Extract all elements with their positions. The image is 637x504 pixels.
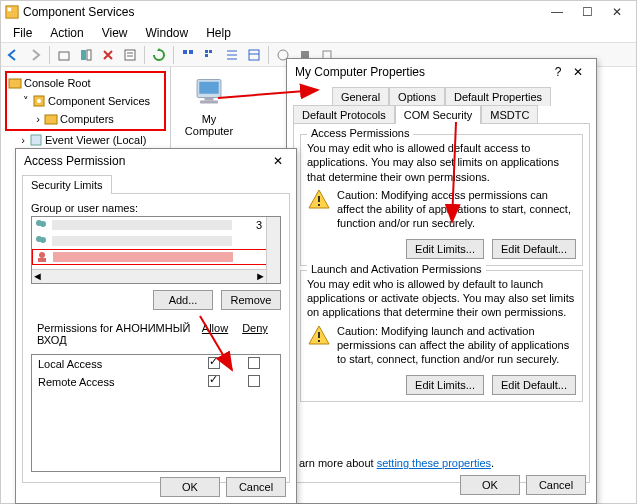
svg-rect-34 (318, 332, 320, 338)
forward-button[interactable] (25, 45, 45, 65)
up-button[interactable] (54, 45, 74, 65)
launch-perm-text: You may edit who is allowed by default t… (307, 277, 576, 320)
event-viewer-icon (29, 133, 43, 147)
user-name-redacted (53, 252, 233, 262)
properties-title-bar: My Computer Properties ? ✕ (287, 59, 596, 85)
permissions-for-label: Permissions for АНОНИМНЫЙ ВХОД (37, 322, 195, 346)
list-item-selected[interactable] (32, 249, 280, 265)
properties-button[interactable] (120, 45, 140, 65)
computer-icon (191, 75, 227, 111)
launch-edit-default-button[interactable]: Edit Default... (492, 375, 576, 395)
vertical-scrollbar[interactable] (266, 217, 280, 283)
perm-label: Local Access (38, 358, 194, 370)
svg-rect-41 (38, 258, 46, 262)
ok-button[interactable]: OK (460, 475, 520, 495)
svg-rect-30 (205, 98, 214, 101)
back-button[interactable] (3, 45, 23, 65)
access-perm-warning: Caution: Modifying access permissions ca… (307, 188, 576, 235)
list-item[interactable]: 3 (32, 217, 280, 233)
close-button[interactable]: ✕ (602, 1, 632, 23)
remote-allow-checkbox[interactable] (208, 375, 220, 387)
remote-deny-checkbox[interactable] (248, 375, 260, 387)
svg-rect-33 (318, 204, 320, 206)
tree-component-services[interactable]: ˅ Component Services (8, 92, 163, 110)
warning-icon (307, 188, 331, 212)
menu-bar: File Action View Window Help (1, 23, 636, 43)
expand-icon[interactable]: › (32, 113, 44, 125)
svg-rect-1 (8, 8, 12, 12)
tree-label: Computers (60, 113, 114, 125)
horizontal-scrollbar[interactable]: ◄► (32, 269, 266, 283)
menu-file[interactable]: File (5, 24, 40, 42)
show-hide-button[interactable] (76, 45, 96, 65)
tree-console-root[interactable]: Console Root (8, 74, 163, 92)
learn-more-link[interactable]: setting these properties (377, 457, 491, 469)
tab-msdtc[interactable]: MSDTC (481, 105, 538, 124)
cancel-button[interactable]: Cancel (526, 475, 586, 495)
menu-view[interactable]: View (94, 24, 136, 42)
edit-default-button[interactable]: Edit Default... (492, 239, 576, 259)
tab-general[interactable]: General (332, 87, 389, 106)
svg-point-40 (39, 252, 45, 258)
my-computer-label: My Computer (179, 113, 239, 137)
refresh-button[interactable] (149, 45, 169, 65)
menu-window[interactable]: Window (138, 24, 197, 42)
properties-title: My Computer Properties (295, 65, 548, 79)
svg-rect-2 (59, 52, 69, 60)
svg-rect-31 (200, 101, 218, 104)
access-dialog-buttons: OK Cancel (160, 477, 286, 497)
ok-button[interactable]: OK (160, 477, 220, 497)
minimize-button[interactable]: — (542, 1, 572, 23)
svg-rect-10 (205, 50, 208, 53)
edit-limits-button[interactable]: Edit Limits... (406, 239, 484, 259)
svg-rect-21 (9, 79, 21, 88)
group-title: Access Permissions (307, 127, 413, 139)
svg-rect-11 (209, 50, 212, 53)
local-deny-checkbox[interactable] (248, 357, 260, 369)
collapse-icon[interactable]: ˅ (20, 95, 32, 108)
tree-label: Console Root (24, 77, 91, 89)
com-security-panel: Access Permissions You may edit who is a… (293, 123, 590, 483)
group-title: Launch and Activation Permissions (307, 263, 486, 275)
add-button[interactable]: Add... (153, 290, 213, 310)
menu-action[interactable]: Action (42, 24, 91, 42)
expand-icon[interactable]: › (17, 134, 29, 146)
svg-rect-16 (249, 50, 259, 60)
group-users-list[interactable]: 3 ◄► (31, 216, 281, 284)
delete-button[interactable] (98, 45, 118, 65)
list-item[interactable] (32, 233, 280, 249)
warning-icon (307, 324, 331, 348)
close-button[interactable]: ✕ (268, 154, 288, 168)
tab-default-properties[interactable]: Default Properties (445, 87, 551, 106)
svg-rect-25 (31, 135, 41, 145)
tab-security-limits[interactable]: Security Limits (22, 175, 112, 194)
svg-rect-4 (87, 50, 91, 60)
close-button[interactable]: ✕ (568, 65, 588, 79)
perm-row-remote: Remote Access (32, 373, 280, 391)
menu-help[interactable]: Help (198, 24, 239, 42)
cancel-button[interactable]: Cancel (226, 477, 286, 497)
window-controls: — ☐ ✕ (542, 1, 632, 23)
my-computer-item[interactable]: My Computer (179, 75, 239, 137)
security-limits-panel: Group or user names: 3 ◄► Add... Remove (22, 193, 290, 483)
tab-com-security[interactable]: COM Security (395, 105, 481, 124)
tab-options[interactable]: Options (389, 87, 445, 106)
view-small-button[interactable] (200, 45, 220, 65)
local-allow-checkbox[interactable] (208, 357, 220, 369)
users-icon (34, 234, 48, 248)
help-button[interactable]: ? (548, 65, 568, 79)
properties-buttons: OK Cancel (460, 475, 586, 495)
svg-rect-29 (199, 82, 219, 94)
remove-button[interactable]: Remove (221, 290, 281, 310)
view-large-button[interactable] (178, 45, 198, 65)
svg-rect-9 (189, 50, 193, 54)
allow-column: Allow (195, 322, 235, 346)
maximize-button[interactable]: ☐ (572, 1, 602, 23)
svg-point-39 (40, 237, 46, 243)
view-list-button[interactable] (222, 45, 242, 65)
view-detail-button[interactable] (244, 45, 264, 65)
tree-computers[interactable]: › Computers (8, 110, 163, 128)
tab-default-protocols[interactable]: Default Protocols (293, 105, 395, 124)
launch-edit-limits-button[interactable]: Edit Limits... (406, 375, 484, 395)
tree-event-viewer[interactable]: › Event Viewer (Local) (5, 131, 166, 149)
